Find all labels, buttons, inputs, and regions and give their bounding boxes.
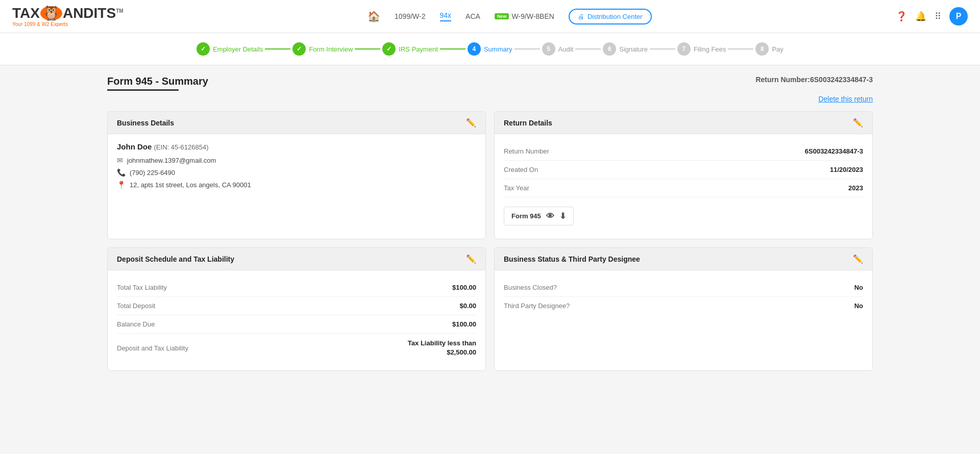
business-details-body: John Doe (EIN: 45-6126854) ✉ johnmathew.… <box>108 134 485 201</box>
stepper: ✓ Employer Details ✓ Form Interview ✓ IR… <box>0 33 980 65</box>
step-label-7: Filing Fees <box>694 45 726 53</box>
created-on-label: Created On <box>504 166 538 173</box>
business-closed-label: Business Closed? <box>504 284 557 291</box>
business-details-title: Business Details <box>117 119 174 127</box>
step-circle-5: 5 <box>542 42 555 56</box>
total-tax-liability-row: Total Tax Liability $100.00 <box>117 279 476 297</box>
main-content: Form 945 - Summary Return Number:6S00324… <box>92 65 888 389</box>
form-945-button[interactable]: Form 945 👁 ⬇ <box>504 207 574 225</box>
step-label-6: Signature <box>619 45 648 53</box>
return-details-card: Return Details ✏️ Return Number 6S003242… <box>494 111 873 239</box>
step-label-2: Form Interview <box>309 45 353 53</box>
return-details-title: Return Details <box>504 119 552 127</box>
distribution-center-button[interactable]: 🖨 Distribution Center <box>569 9 652 24</box>
phone-icon: 📞 <box>117 168 126 176</box>
connector-2-3 <box>355 48 380 49</box>
step-circle-4: 4 <box>468 42 481 56</box>
logo-owl: 🦉 <box>40 6 62 20</box>
third-party-row: Third Party Designee? No <box>504 297 863 315</box>
form945-row: Form 945 👁 ⬇ <box>504 197 863 231</box>
step-summary[interactable]: 4 Summary <box>468 42 512 56</box>
business-phone-row: 📞 (790) 225-6490 <box>117 168 476 176</box>
notification-button[interactable]: 🔔 <box>915 11 926 22</box>
connector-4-5 <box>514 48 540 49</box>
business-details-edit-icon[interactable]: ✏️ <box>466 118 476 128</box>
connector-1-2 <box>265 48 290 49</box>
logo-bandits: ANDITS <box>63 5 116 21</box>
delete-return-link[interactable]: Delete this return <box>107 95 873 103</box>
step-signature[interactable]: 6 Signature <box>603 42 648 56</box>
home-icon[interactable]: 🏠 <box>368 10 380 22</box>
view-icon[interactable]: 👁 <box>546 212 554 221</box>
deposit-schedule-edit-icon[interactable]: ✏️ <box>466 254 476 264</box>
step-audit[interactable]: 5 Audit <box>542 42 574 56</box>
header: TAX🦉ANDITSTM Your 1099 & W2 Experts 🏠 10… <box>0 0 980 33</box>
created-on-value: 11/20/2023 <box>830 166 863 173</box>
apps-button[interactable]: ⠿ <box>935 11 941 22</box>
business-status-title: Business Status & Third Party Designee <box>504 255 640 263</box>
step-circle-2: ✓ <box>292 42 306 56</box>
business-status-edit-icon[interactable]: ✏️ <box>853 254 863 264</box>
deposit-tax-liability-value: Tax Liability less than$2,500.00 <box>408 339 476 357</box>
page-header: Form 945 - Summary Return Number:6S00324… <box>107 75 873 91</box>
return-number-value: 6S003242334847-3 <box>805 147 863 155</box>
form-945-label: Form 945 <box>511 212 541 220</box>
tax-year-value: 2023 <box>848 184 863 192</box>
step-label-3: IRS Payment <box>399 45 438 53</box>
nav-item-w9[interactable]: New W-9/W-8BEN <box>495 12 554 20</box>
nav-item-94x[interactable]: 94x <box>440 11 452 21</box>
connector-6-7 <box>650 48 675 49</box>
email-icon: ✉ <box>117 156 123 164</box>
step-circle-1: ✓ <box>197 42 210 56</box>
step-filing-fees[interactable]: 7 Filing Fees <box>677 42 726 56</box>
logo-tagline: Your 1099 & W2 Experts <box>12 21 68 27</box>
business-details-card: Business Details ✏️ John Doe (EIN: 45-61… <box>107 111 486 239</box>
connector-3-4 <box>440 48 465 49</box>
nav-right: ❓ 🔔 ⠿ P <box>896 7 968 26</box>
deposit-tax-liability-row: Deposit and Tax Liability Tax Liability … <box>117 334 476 362</box>
step-employer-details[interactable]: ✓ Employer Details <box>197 42 263 56</box>
step-pay[interactable]: 8 Pay <box>755 42 783 56</box>
step-irs-payment[interactable]: ✓ IRS Payment <box>382 42 438 56</box>
business-closed-value: No <box>854 284 863 291</box>
download-icon[interactable]: ⬇ <box>559 211 566 221</box>
page-title-block: Form 945 - Summary <box>107 75 208 91</box>
business-status-card: Business Status & Third Party Designee ✏… <box>494 247 873 371</box>
nav-item-1099w2[interactable]: 1099/W-2 <box>395 12 425 20</box>
total-tax-liability-value: $100.00 <box>452 284 476 291</box>
business-email: johnmathew.1397@gmail.com <box>127 157 216 164</box>
return-number-header: Return Number:6S003242334847-3 <box>755 75 873 84</box>
third-party-label: Third Party Designee? <box>504 302 570 310</box>
step-label-8: Pay <box>772 45 783 53</box>
business-status-body: Business Closed? No Third Party Designee… <box>495 270 872 323</box>
business-status-card-header: Business Status & Third Party Designee ✏… <box>495 248 872 270</box>
business-email-row: ✉ johnmathew.1397@gmail.com <box>117 156 476 164</box>
total-deposit-row: Total Deposit $0.00 <box>117 297 476 315</box>
step-label-5: Audit <box>558 45 574 53</box>
deposit-schedule-card: Deposit Schedule and Tax Liability ✏️ To… <box>107 247 486 371</box>
nav-center: 🏠 1099/W-2 94x ACA New W-9/W-8BEN 🖨 Dist… <box>368 9 652 24</box>
balance-due-value: $100.00 <box>452 320 476 328</box>
return-number-row: Return Number 6S003242334847-3 <box>504 142 863 161</box>
step-label-4: Summary <box>484 45 512 53</box>
total-deposit-value: $0.00 <box>459 302 476 310</box>
deposit-schedule-body: Total Tax Liability $100.00 Total Deposi… <box>108 270 485 370</box>
step-circle-3: ✓ <box>382 42 396 56</box>
business-phone: (790) 225-6490 <box>130 169 175 176</box>
deposit-schedule-title: Deposit Schedule and Tax Liability <box>117 255 234 263</box>
bottom-cards-row: Deposit Schedule and Tax Liability ✏️ To… <box>107 247 873 371</box>
user-avatar[interactable]: P <box>949 7 968 26</box>
return-details-edit-icon[interactable]: ✏️ <box>853 118 863 128</box>
deposit-schedule-card-header: Deposit Schedule and Tax Liability ✏️ <box>108 248 485 270</box>
step-form-interview[interactable]: ✓ Form Interview <box>292 42 353 56</box>
logo: TAX🦉ANDITSTM Your 1099 & W2 Experts <box>12 6 124 27</box>
business-closed-row: Business Closed? No <box>504 279 863 297</box>
return-details-body: Return Number 6S003242334847-3 Created O… <box>495 134 872 239</box>
third-party-value: No <box>854 302 863 310</box>
return-details-card-header: Return Details ✏️ <box>495 112 872 134</box>
help-button[interactable]: ❓ <box>896 11 907 22</box>
logo-tm: TM <box>116 8 123 13</box>
nav-item-aca[interactable]: ACA <box>465 12 480 20</box>
business-address-row: 📍 12, apts 1st street, Los angels, CA 90… <box>117 181 476 189</box>
top-cards-row: Business Details ✏️ John Doe (EIN: 45-61… <box>107 111 873 239</box>
